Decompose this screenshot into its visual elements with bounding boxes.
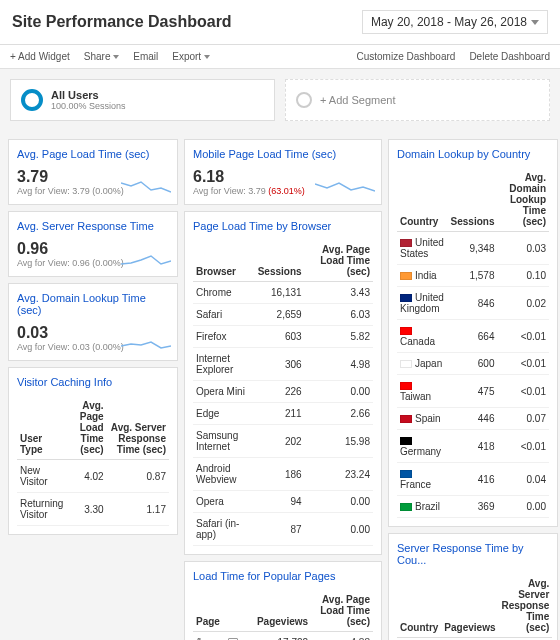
cell: 0.07 — [498, 408, 550, 430]
table-row[interactable]: Returning Visitor3.301.17 — [17, 493, 169, 526]
table-row[interactable]: Japan600<0.01 — [397, 353, 549, 375]
th-sessions[interactable]: Sessions — [255, 240, 305, 282]
chevron-down-icon — [204, 55, 210, 59]
table-row[interactable]: Samsung Internet20215.98 — [193, 425, 373, 458]
card-title-server-resp[interactable]: Avg. Server Response Time — [9, 212, 177, 236]
card-title-visitor-cache[interactable]: Visitor Caching Info — [9, 368, 177, 392]
table-row[interactable]: Taiwan475<0.01 — [397, 375, 549, 408]
cell: Spain — [397, 408, 448, 430]
table-row[interactable]: United States9,3480.03 — [397, 232, 549, 265]
cell: 600 — [448, 353, 498, 375]
table-row[interactable]: Safari (in-app)870.00 — [193, 513, 373, 546]
plus-circle-icon — [296, 92, 312, 108]
th-pageviews[interactable]: Pageviews — [254, 590, 311, 632]
table-row[interactable]: Edge2112.66 — [193, 403, 373, 425]
segment-all-users[interactable]: All Users 100.00% Sessions — [10, 79, 275, 121]
flag-icon — [400, 470, 412, 478]
customize-dashboard-button[interactable]: Customize Dashboard — [356, 51, 455, 62]
table-row[interactable]: France4160.04 — [397, 463, 549, 496]
th-lookup-time[interactable]: Avg. Domain Lookup Time (sec) — [498, 168, 550, 232]
th-sessions[interactable]: Sessions — [448, 168, 498, 232]
table-row[interactable]: /home↗17,7224.88 — [193, 632, 373, 641]
cell: Edge — [193, 403, 255, 425]
cell: 846 — [448, 287, 498, 320]
cell: 23.24 — [305, 458, 373, 491]
cell: 87 — [255, 513, 305, 546]
flag-icon — [400, 327, 412, 335]
date-range-picker[interactable]: May 20, 2018 - May 26, 2018 — [362, 10, 548, 34]
th-country[interactable]: Country — [397, 574, 441, 638]
table-row[interactable]: Internet Explorer3064.98 — [193, 348, 373, 381]
browser-table: Browser Sessions Avg. Page Load Time (se… — [193, 240, 373, 546]
table-row[interactable]: Germany418<0.01 — [397, 430, 549, 463]
table-row[interactable]: United Kingdom8460.02 — [397, 287, 549, 320]
chevron-down-icon — [531, 20, 539, 25]
th-avg-load[interactable]: Avg. Page Load Time (sec) — [311, 590, 373, 632]
country-lookup-table: Country Sessions Avg. Domain Lookup Time… — [397, 168, 549, 518]
flag-icon — [400, 503, 412, 511]
th-server-resp[interactable]: Avg. Server Response Time (sec) — [499, 574, 553, 638]
cell: France — [397, 463, 448, 496]
th-avg-load[interactable]: Avg. Page Load Time (sec) — [305, 240, 373, 282]
table-row[interactable]: New Visitor4.020.87 — [17, 460, 169, 493]
table-row[interactable]: Spain4460.07 — [397, 408, 549, 430]
cell: 369 — [448, 496, 498, 518]
table-row[interactable]: Opera Mini2260.00 — [193, 381, 373, 403]
cell: New Visitor — [17, 460, 69, 493]
card-title-mobile-load[interactable]: Mobile Page Load Time (sec) — [185, 140, 381, 164]
flag-icon — [400, 360, 412, 368]
th-country[interactable]: Country — [397, 168, 448, 232]
sparkline-icon — [121, 178, 171, 198]
delete-dashboard-button[interactable]: Delete Dashboard — [469, 51, 550, 62]
card-title-country-server[interactable]: Server Response Time by Cou... — [389, 534, 557, 570]
country-server-table: Country Pageviews Avg. Server Response T… — [397, 574, 552, 640]
segment-sublabel: 100.00% Sessions — [51, 101, 126, 111]
cell: 664 — [448, 320, 498, 353]
table-row[interactable]: Firefox6035.82 — [193, 326, 373, 348]
cell: Safari — [193, 304, 255, 326]
cell: 0.02 — [498, 287, 550, 320]
th-user-type[interactable]: User Type — [17, 396, 69, 460]
cell: Chrome — [193, 282, 255, 304]
cell: 9,348 — [448, 232, 498, 265]
cell: 0.87 — [107, 460, 169, 493]
table-row[interactable]: Android Webview18623.24 — [193, 458, 373, 491]
cell: 306 — [255, 348, 305, 381]
table-row[interactable]: Chrome16,1313.43 — [193, 282, 373, 304]
add-segment-button[interactable]: + Add Segment — [285, 79, 550, 121]
cell: 226 — [255, 381, 305, 403]
th-avg-load[interactable]: Avg. Page Load Time (sec) — [69, 396, 107, 460]
table-row[interactable]: Safari2,6596.03 — [193, 304, 373, 326]
add-widget-button[interactable]: + Add Widget — [10, 51, 70, 62]
cell: Opera Mini — [193, 381, 255, 403]
page-title: Site Performance Dashboard — [12, 13, 232, 31]
table-row[interactable]: Canada664<0.01 — [397, 320, 549, 353]
th-server-resp[interactable]: Avg. Server Response Time (sec) — [107, 396, 169, 460]
card-title-browser[interactable]: Page Load Time by Browser — [185, 212, 381, 236]
th-pageviews[interactable]: Pageviews — [441, 574, 498, 638]
cell: 4.02 — [69, 460, 107, 493]
card-title-country-lookup[interactable]: Domain Lookup by Country — [389, 140, 557, 164]
cell: Samsung Internet — [193, 425, 255, 458]
cell: 6.03 — [305, 304, 373, 326]
share-button[interactable]: Share — [84, 51, 119, 62]
th-browser[interactable]: Browser — [193, 240, 255, 282]
cell: 0.00 — [305, 381, 373, 403]
table-row[interactable]: Opera940.00 — [193, 491, 373, 513]
cell: 3.30 — [69, 493, 107, 526]
table-row[interactable]: India1,5780.10 — [397, 265, 549, 287]
card-title-domain-lookup[interactable]: Avg. Domain Lookup Time (sec) — [9, 284, 177, 320]
cell: 1.17 — [107, 493, 169, 526]
flag-icon — [400, 239, 412, 247]
table-row[interactable]: Brazil3690.00 — [397, 496, 549, 518]
card-title-popular[interactable]: Load Time for Popular Pages — [185, 562, 381, 586]
export-button[interactable]: Export — [172, 51, 210, 62]
email-button[interactable]: Email — [133, 51, 158, 62]
cell: 2,659 — [255, 304, 305, 326]
cell: 0.00 — [305, 491, 373, 513]
cell: 16,131 — [255, 282, 305, 304]
cell: Internet Explorer — [193, 348, 255, 381]
card-title-avg-load[interactable]: Avg. Page Load Time (sec) — [9, 140, 177, 164]
th-page[interactable]: Page — [193, 590, 254, 632]
cell: <0.01 — [498, 375, 550, 408]
